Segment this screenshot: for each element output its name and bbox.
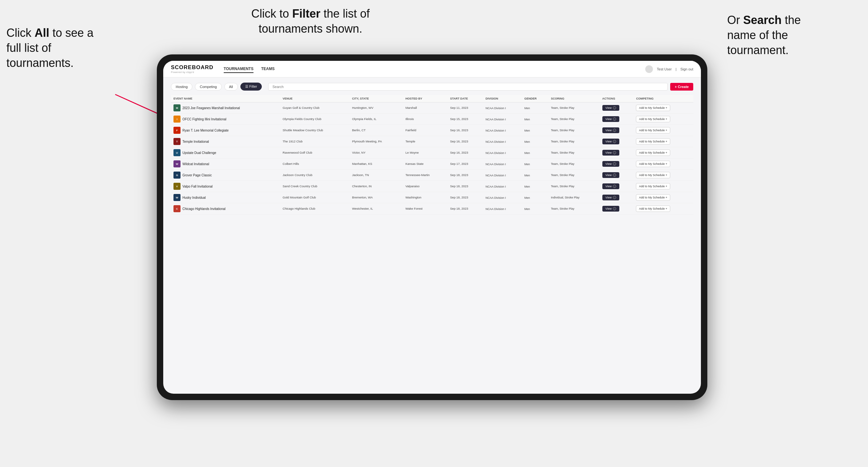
logo-title: SCOREBOARD [171, 64, 214, 71]
table-row: V Valpo Fall Invitational Sand Creek Cou… [171, 181, 693, 192]
info-icon-6: i [613, 174, 616, 177]
logo-subtitle: Powered by clipp'd [171, 71, 214, 73]
add-schedule-btn-5[interactable]: Add to My Schedule + [636, 161, 670, 167]
cell-division-0: NCAA Division I [483, 102, 522, 114]
col-start-date: START DATE [447, 95, 483, 102]
cell-venue-5: Colbert Hills [280, 158, 349, 169]
add-schedule-btn-1[interactable]: Add to My Schedule + [636, 116, 670, 122]
filter-toggle-btn[interactable]: ☰ Filter [240, 83, 262, 91]
cell-venue-2: Shuttle Meadow Country Club [280, 125, 349, 136]
cell-scoring-3: Team, Stroke Play [548, 136, 599, 147]
team-logo-1: I [174, 116, 181, 123]
cell-actions-3: View i [600, 136, 634, 147]
info-icon-1: i [613, 118, 616, 121]
cell-event-name-7: V Valpo Fall Invitational [171, 181, 280, 192]
view-btn-7[interactable]: View i [602, 183, 619, 189]
hosting-filter-btn[interactable]: Hosting [171, 83, 192, 91]
search-input[interactable] [268, 83, 668, 91]
info-icon-2: i [613, 129, 616, 132]
cell-date-6: Sep 18, 2023 [447, 169, 483, 181]
cell-competing-8: Add to My Schedule + [633, 192, 693, 203]
add-schedule-btn-3[interactable]: Add to My Schedule + [636, 138, 670, 145]
cell-actions-5: View i [600, 158, 634, 169]
view-btn-4[interactable]: View i [602, 150, 619, 156]
add-schedule-btn-2[interactable]: Add to My Schedule + [636, 127, 670, 133]
logo-area: SCOREBOARD Powered by clipp'd [171, 64, 214, 73]
cell-gender-7: Men [522, 181, 548, 192]
nav-tab-teams[interactable]: TEAMS [261, 65, 275, 73]
event-name-text-4: Upstate Dual Challenge [182, 151, 216, 155]
event-name-text-7: Valpo Fall Invitational [182, 185, 213, 188]
add-schedule-btn-0[interactable]: Add to My Schedule + [636, 105, 670, 111]
annotation-topcenter: Click to Filter the list oftournaments s… [218, 6, 403, 36]
add-schedule-btn-4[interactable]: Add to My Schedule + [636, 150, 670, 156]
event-name-text-3: Temple Invitational [182, 140, 209, 144]
create-btn[interactable]: + Create [670, 83, 693, 91]
cell-competing-9: Add to My Schedule + [633, 203, 693, 214]
add-schedule-btn-8[interactable]: Add to My Schedule + [636, 194, 670, 201]
cell-gender-1: Men [522, 114, 548, 125]
col-city-state: CITY, STATE [349, 95, 403, 102]
nav-tab-tournaments[interactable]: TOURNAMENTS [224, 65, 253, 73]
view-btn-0[interactable]: View i [602, 105, 619, 111]
cell-scoring-0: Team, Stroke Play [548, 102, 599, 114]
cell-division-1: NCAA Division I [483, 114, 522, 125]
cell-competing-3: Add to My Schedule + [633, 136, 693, 147]
tournaments-table: EVENT NAME VENUE CITY, STATE HOSTED BY S… [171, 95, 693, 214]
view-btn-3[interactable]: View i [602, 138, 619, 144]
cell-actions-6: View i [600, 169, 634, 181]
add-schedule-btn-6[interactable]: Add to My Schedule + [636, 172, 670, 178]
cell-scoring-5: Team, Stroke Play [548, 158, 599, 169]
cell-venue-7: Sand Creek Country Club [280, 181, 349, 192]
add-schedule-btn-7[interactable]: Add to My Schedule + [636, 183, 670, 189]
event-name-text-8: Husky Individual [182, 196, 206, 199]
view-btn-1[interactable]: View i [602, 116, 619, 122]
cell-hosted-8: Washington [403, 192, 448, 203]
cell-hosted-3: Temple [403, 136, 448, 147]
team-logo-5: W [174, 160, 181, 167]
cell-city-3: Plymouth Meeting, PA [349, 136, 403, 147]
view-btn-8[interactable]: View i [602, 195, 619, 200]
cell-actions-7: View i [600, 181, 634, 192]
view-btn-2[interactable]: View i [602, 127, 619, 133]
cell-city-1: Olympia Fields, IL [349, 114, 403, 125]
cell-competing-7: Add to My Schedule + [633, 181, 693, 192]
cell-date-4: Sep 16, 2023 [447, 147, 483, 158]
cell-actions-4: View i [600, 147, 634, 158]
nav-tabs: TOURNAMENTS TEAMS [224, 65, 646, 73]
view-btn-9[interactable]: View i [602, 206, 619, 212]
cell-actions-2: View i [600, 125, 634, 136]
cell-date-8: Sep 18, 2023 [447, 192, 483, 203]
table-row: U Upstate Dual Challenge Ravenwood Golf … [171, 147, 693, 158]
competing-filter-btn[interactable]: Competing [195, 83, 221, 91]
cell-hosted-9: Wake Forest [403, 203, 448, 214]
info-icon-8: i [613, 196, 616, 199]
col-division: DIVISION [483, 95, 522, 102]
header-right: Test User | Sign out [645, 65, 693, 73]
sign-out-link[interactable]: Sign out [680, 67, 693, 71]
filter-bar: Hosting Competing All ☰ Filter + Create [171, 83, 693, 91]
all-filter-btn[interactable]: All [224, 83, 238, 91]
cell-city-7: Chesterton, IN [349, 181, 403, 192]
filter-icon: ☰ [245, 85, 249, 88]
add-schedule-btn-9[interactable]: Add to My Schedule + [636, 206, 670, 212]
view-btn-5[interactable]: View i [602, 161, 619, 167]
team-logo-9: C [174, 205, 181, 212]
annotation-topleft: Click All to see a full list of tourname… [6, 26, 96, 70]
table-row: T Temple Invitational The 1912 Club Plym… [171, 136, 693, 147]
cell-venue-4: Ravenwood Golf Club [280, 147, 349, 158]
table-row: W Wildcat Invitational Colbert Hills Man… [171, 158, 693, 169]
cell-actions-1: View i [600, 114, 634, 125]
cell-venue-0: Guyan Golf & Country Club [280, 102, 349, 114]
cell-date-2: Sep 16, 2023 [447, 125, 483, 136]
col-competing: COMPETING [633, 95, 693, 102]
user-avatar [645, 65, 653, 73]
table-row: W Husky Individual Gold Mountain Golf Cl… [171, 192, 693, 203]
view-btn-6[interactable]: View i [602, 172, 619, 178]
cell-gender-5: Men [522, 158, 548, 169]
cell-city-2: Berlin, CT [349, 125, 403, 136]
team-logo-3: T [174, 138, 181, 145]
user-label: Test User [657, 67, 672, 71]
cell-division-8: NCAA Division I [483, 192, 522, 203]
cell-scoring-2: Team, Stroke Play [548, 125, 599, 136]
